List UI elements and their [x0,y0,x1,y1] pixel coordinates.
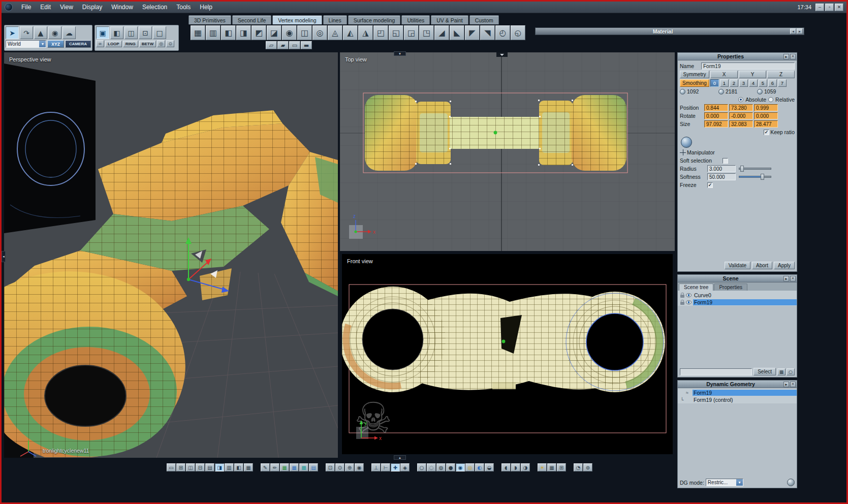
top-viewport[interactable]: x z Top view [340,52,675,251]
material-bar[interactable]: Material ◂▸ [535,27,804,35]
soft-selection-checkbox[interactable]: ✓ [723,158,728,164]
misc-option-icon[interactable]: ⊚ [583,463,592,471]
viewport-layout-icon[interactable]: ⊞ [176,463,185,471]
rotate-z-field[interactable]: 0.000 [754,112,778,119]
camera-button[interactable]: CAMERA [65,40,91,48]
modeling-tool-icon[interactable]: ◩ [252,25,266,40]
symmetry-button[interactable]: Symmetry [680,71,709,78]
scene-filter-field[interactable] [680,368,752,375]
viewport-layout-icon[interactable]: ◧ [234,463,243,471]
view-tool-icon[interactable]: ⊕ [345,463,354,471]
paint-tool-icon[interactable]: ✏ [270,463,279,471]
loop-button[interactable]: LOOP [105,41,122,47]
panel-collapse-icon[interactable]: ► [783,382,789,387]
modeling-tool-icon[interactable]: ▥ [206,25,221,40]
visibility-icon[interactable] [686,293,692,297]
front-viewport[interactable]: ☠ y x Front view [342,254,673,454]
shading-mode-icon[interactable]: ◗ [511,463,520,471]
smoothing-button[interactable]: Smoothing [680,79,709,87]
modeling-tool-icon[interactable]: ◤ [465,25,480,40]
selection-mode-icon[interactable]: ▣ [96,26,109,39]
deformer-tool-icon[interactable]: ▰ [277,41,289,49]
smoothing-level-button[interactable]: 7 [778,79,787,87]
modeling-tool-icon[interactable]: ◲ [404,25,419,40]
window-control-icon[interactable]: – [815,4,824,11]
panel-collapse-icon[interactable]: ► [783,276,789,281]
app-logo-icon[interactable] [5,3,13,11]
viewport-layout-icon[interactable]: ▭ [167,463,176,471]
manipulator-ball-icon[interactable] [681,137,692,148]
smoothing-level-button[interactable]: 0 [710,79,719,87]
position-x-field[interactable]: 0.844 [704,104,728,111]
selection-mode-icon[interactable]: ◫ [124,26,138,39]
select-button[interactable]: Select [753,368,776,375]
menu-item[interactable]: File [17,3,36,12]
paint-tool-icon[interactable]: ▦ [290,463,299,471]
window-control-icon[interactable]: ✕ [835,4,843,11]
window-control-icon[interactable]: ▫ [825,4,834,11]
properties-panel-header[interactable]: Properties ► ✕ [678,53,797,60]
selection-extra-icon[interactable]: ⊙ [166,40,174,47]
smoothing-level-button[interactable]: 6 [768,79,777,87]
selection-mode-icon[interactable]: □ [153,26,166,39]
display-mode-icon[interactable]: ● [446,463,455,471]
abort-button[interactable]: Abort [752,262,772,269]
keep-ratio-checkbox[interactable]: ✓ [764,130,769,135]
paint-tool-icon[interactable]: ▤ [309,463,318,471]
menu-item[interactable]: Display [78,3,107,12]
selection-tool-icon[interactable]: ☁ [62,26,76,39]
smoothing-level-button[interactable]: 4 [749,79,758,87]
modeling-tool-icon[interactable]: ◥ [480,25,495,40]
display-mode-icon[interactable]: ◐ [475,463,484,471]
menu-item[interactable]: Help [195,3,217,12]
axis-button[interactable]: Y [739,71,766,78]
axis-button[interactable]: Z [767,71,795,78]
menu-item[interactable]: Window [107,3,138,12]
display-mode-icon[interactable]: ◌ [427,463,436,471]
dg-status-ball-icon[interactable] [787,479,795,486]
modeling-tool-icon[interactable]: ◴ [495,25,510,40]
menu-item[interactable]: View [55,3,78,12]
radius-field[interactable]: 3.000 [707,165,736,172]
render-option-icon[interactable]: ⊞ [557,463,566,471]
modeling-tool-icon[interactable]: ◵ [511,25,525,40]
scene-tool-icon[interactable]: ▦ [777,368,786,375]
menu-item[interactable]: Edit [36,3,55,12]
modeling-tool-icon[interactable]: ◨ [236,25,251,40]
snap-tool-icon[interactable]: ⊢ [381,463,390,471]
viewport-layout-icon[interactable]: ◫ [186,463,195,471]
dynamic-geometry-panel-header[interactable]: Dynamic Geometry ► ✕ [678,381,797,388]
dg-mode-dropdown[interactable]: Restric... ▼ [706,479,743,486]
paint-tool-icon[interactable]: ▦ [280,463,289,471]
deformer-tool-icon[interactable]: ▭ [289,41,300,49]
size-y-field[interactable]: 32.083 [729,120,753,128]
selection-mode-icon[interactable]: ⊡ [139,26,152,39]
smoothing-level-button[interactable]: 1 [720,79,729,87]
rotate-y-field[interactable]: -0.000 [729,112,753,119]
radius-slider[interactable] [739,168,771,170]
panel-collapse-icon[interactable]: ► [783,54,789,59]
position-z-field[interactable]: 0.999 [754,104,778,111]
between-button[interactable]: BETW [139,41,156,47]
menu-item[interactable]: Tools [172,3,195,12]
viewport-layout-icon[interactable]: ◨ [215,463,224,471]
display-mode-icon[interactable]: ◒ [485,463,494,471]
size-z-field[interactable]: 28.477 [754,120,778,128]
panel-close-icon[interactable]: ✕ [790,382,796,387]
smoothing-level-button[interactable]: 5 [759,79,767,87]
material-arrow-icon[interactable]: ◂ [790,28,796,34]
deformer-tool-icon[interactable]: ▬ [301,41,312,49]
smoothing-level-button[interactable]: 2 [730,79,738,87]
paint-tool-icon[interactable]: ✎ [261,463,270,471]
lock-icon[interactable] [680,295,684,298]
deformer-tool-icon[interactable]: ▱ [266,41,277,49]
display-mode-icon[interactable]: ○ [417,463,426,471]
viewport-layout-icon[interactable]: ▦ [244,463,253,471]
modeling-tool-icon[interactable]: ▦ [191,25,205,40]
material-arrow-icon[interactable]: ▸ [797,28,803,34]
modeling-tool-icon[interactable]: ◫ [297,25,312,40]
selection-mode-icon[interactable]: ◧ [110,26,123,39]
scene-tree-item[interactable]: Curve0 [678,292,797,299]
tool-tab[interactable]: 3D Primitives [189,15,231,24]
rotate-x-field[interactable]: 0.000 [704,112,728,119]
